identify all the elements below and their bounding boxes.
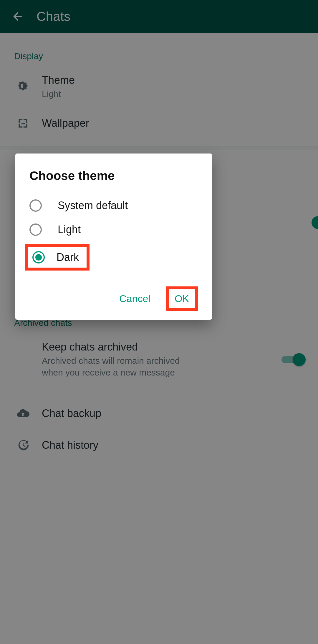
theme-option-light[interactable]: Light xyxy=(29,218,198,242)
theme-option-dark[interactable]: Dark xyxy=(25,244,90,271)
theme-option-label: System default xyxy=(58,199,128,212)
modal-scrim[interactable] xyxy=(0,0,318,644)
theme-option-label: Light xyxy=(58,223,81,236)
radio-icon xyxy=(32,251,45,263)
cancel-button[interactable]: Cancel xyxy=(114,289,156,308)
radio-icon xyxy=(29,199,42,212)
theme-option-system-default[interactable]: System default xyxy=(29,193,198,218)
dialog-choose-theme: Choose theme System default Light Dark C… xyxy=(15,154,212,320)
radio-icon xyxy=(29,223,42,236)
theme-option-label: Dark xyxy=(57,251,79,263)
ok-button[interactable]: OK xyxy=(166,286,198,311)
dialog-title: Choose theme xyxy=(29,169,198,183)
